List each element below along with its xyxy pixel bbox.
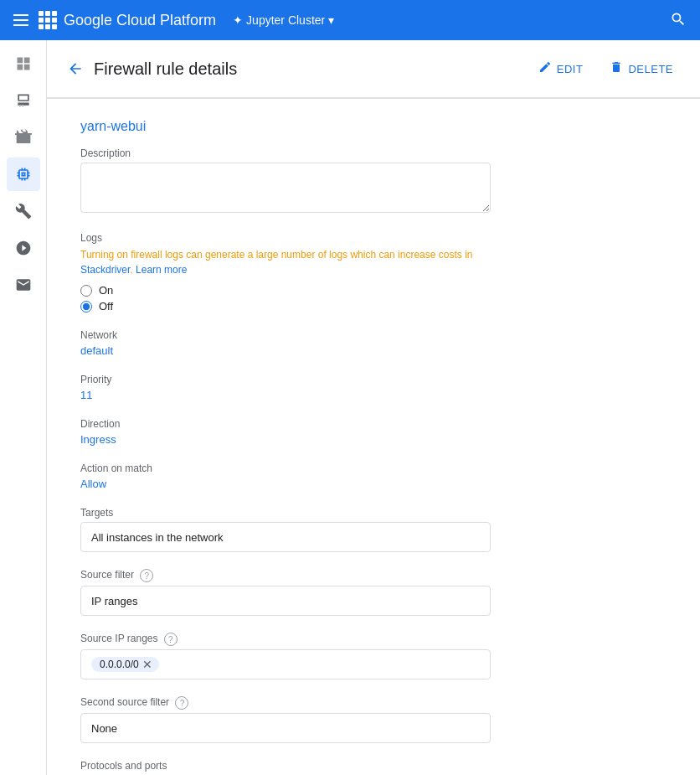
search-button[interactable] <box>670 11 687 30</box>
cluster-selector[interactable]: ✦ Jupyter Cluster ▾ <box>233 13 334 27</box>
page-title: Firewall rule details <box>94 59 522 79</box>
gcp-logo-icon <box>39 11 57 29</box>
back-button[interactable] <box>67 60 84 77</box>
protocols-label: Protocols and ports <box>80 760 583 772</box>
cluster-dropdown-icon: ▾ <box>328 13 334 27</box>
source-filter-label: Source filter ? <box>80 569 583 582</box>
priority-value: 11 <box>80 389 583 401</box>
source-filter-help-icon[interactable]: ? <box>140 569 153 582</box>
delete-label: DELETE <box>628 63 673 75</box>
description-input[interactable] <box>80 163 491 213</box>
protocols-section: Protocols and ports Allow all Specified … <box>80 760 583 775</box>
source-filter-dropdown[interactable]: IP ranges Source tags Service account <box>80 586 491 616</box>
sidebar-item-grid[interactable] <box>7 47 40 80</box>
sidebar-item-server[interactable] <box>7 84 40 117</box>
source-filter-dropdown-container: IP ranges Source tags Service account <box>80 586 491 616</box>
edit-icon <box>538 60 552 77</box>
delete-icon <box>610 60 623 77</box>
action-label: Action on match <box>80 462 583 474</box>
sidebar <box>0 40 47 775</box>
logs-off-option[interactable]: Off <box>80 300 583 313</box>
topbar: Google Cloud Platform ✦ Jupyter Cluster … <box>0 0 700 40</box>
logs-section: Logs Turning on firewall logs can genera… <box>80 232 583 313</box>
logs-on-option[interactable]: On <box>80 284 583 297</box>
priority-label: Priority <box>80 374 583 385</box>
svg-rect-0 <box>13 14 28 16</box>
sidebar-item-network[interactable] <box>7 158 40 191</box>
ip-chip-value: 0.0.0.0/0 <box>100 659 139 670</box>
sidebar-item-tools[interactable] <box>7 194 40 228</box>
logs-off-label: Off <box>99 300 113 313</box>
source-ip-help-icon[interactable]: ? <box>164 633 178 646</box>
layout: Firewall rule details EDIT DELETE <box>0 40 700 775</box>
logo-area: Google Cloud Platform <box>39 11 216 29</box>
action-value: Allow <box>80 478 583 490</box>
sidebar-item-hub[interactable] <box>7 231 40 265</box>
description-field: Description <box>80 147 583 215</box>
second-source-dropdown-container: None Source tags Service account <box>80 713 491 743</box>
second-source-label: Second source filter ? <box>80 696 583 710</box>
cluster-name: Jupyter Cluster <box>246 13 325 27</box>
logs-on-label: On <box>99 284 113 297</box>
targets-dropdown[interactable]: All instances in the network Specified t… <box>80 522 491 552</box>
stackdriver-link[interactable]: Stackdriver <box>80 264 130 276</box>
sidebar-item-container[interactable] <box>7 121 40 154</box>
second-source-dropdown[interactable]: None Source tags Service account <box>80 713 491 743</box>
learn-more-link[interactable]: Learn more <box>136 264 187 276</box>
network-label: Network <box>80 329 583 341</box>
priority-field: Priority 11 <box>80 374 583 401</box>
app-name: Google Cloud Platform <box>64 12 216 29</box>
logs-off-radio[interactable] <box>80 301 92 313</box>
rule-name: yarn-webui <box>80 119 583 134</box>
main-content: Firewall rule details EDIT DELETE <box>47 40 700 775</box>
menu-icon[interactable] <box>13 11 28 30</box>
targets-dropdown-container: All instances in the network Specified t… <box>80 522 491 552</box>
page-header: Firewall rule details EDIT DELETE <box>47 40 700 98</box>
action-field: Action on match Allow <box>80 462 583 490</box>
source-ip-input[interactable]: 0.0.0.0/0 ✕ <box>80 649 491 679</box>
logs-label: Logs <box>80 232 583 244</box>
second-source-field: Second source filter ? None Source tags … <box>80 696 583 743</box>
source-filter-field: Source filter ? IP ranges Source tags Se… <box>80 569 583 616</box>
delete-button[interactable]: DELETE <box>603 54 680 84</box>
direction-label: Direction <box>80 418 583 430</box>
content-area: yarn-webui Description Logs Turning on f… <box>47 99 616 775</box>
edit-button[interactable]: EDIT <box>532 54 590 84</box>
edit-label: EDIT <box>557 63 584 75</box>
source-ip-field: Source IP ranges ? 0.0.0.0/0 ✕ <box>80 633 583 679</box>
logs-warning: Turning on firewall logs can generate a … <box>80 247 491 277</box>
ip-chip: 0.0.0.0/0 ✕ <box>91 657 159 672</box>
source-ip-label: Source IP ranges ? <box>80 633 583 646</box>
network-value: default <box>80 344 583 357</box>
second-source-help-icon[interactable]: ? <box>175 696 188 710</box>
direction-value: Ingress <box>80 433 583 446</box>
header-actions: EDIT DELETE <box>532 54 680 84</box>
description-label: Description <box>80 147 583 159</box>
svg-rect-2 <box>13 24 28 26</box>
logs-on-radio[interactable] <box>80 285 92 297</box>
targets-label: Targets <box>80 507 583 519</box>
sidebar-item-mail[interactable] <box>7 268 40 302</box>
svg-rect-1 <box>13 19 28 21</box>
direction-field: Direction Ingress <box>80 418 583 446</box>
targets-field: Targets All instances in the network Spe… <box>80 507 583 552</box>
cluster-icon: ✦ <box>233 13 243 27</box>
network-field: Network default <box>80 329 583 357</box>
logs-radio-group: On Off <box>80 284 583 313</box>
ip-chip-close[interactable]: ✕ <box>142 659 152 670</box>
